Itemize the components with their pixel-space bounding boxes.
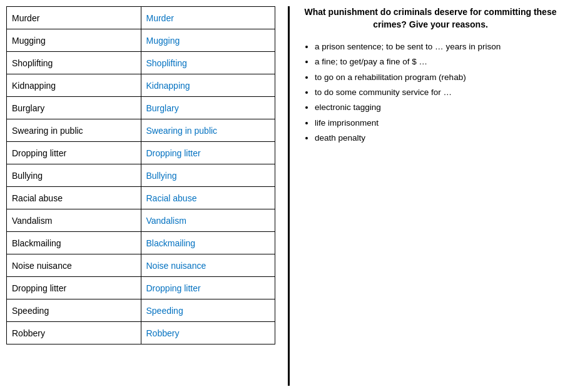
crime-col1: Bullying (7, 164, 141, 187)
crime-col2: Robbery (141, 322, 275, 344)
table-row: BlackmailingBlackmailing (7, 232, 275, 254)
crime-col1: Robbery (7, 322, 141, 344)
table-row: Noise nuisanceNoise nuisance (7, 254, 275, 277)
crime-col2: Racial abuse (141, 187, 275, 209)
crime-col2: Blackmailing (141, 232, 275, 254)
punishment-item: to go on a rehabilitation program (rehab… (315, 70, 559, 85)
punishment-item: a prison sentence; to be sent to … years… (315, 39, 559, 54)
crime-col1: Racial abuse (7, 187, 141, 209)
table-row: MuggingMugging (7, 29, 275, 52)
table-row: MurderMurder (7, 7, 275, 29)
right-panel: What punishment do criminals deserve for… (296, 6, 559, 386)
crime-col1: Burglary (7, 97, 141, 119)
crime-col1: Kidnapping (7, 74, 141, 97)
punishment-item: electronic tagging (315, 100, 559, 115)
crime-col2: Burglary (141, 97, 275, 119)
crime-col1: Blackmailing (7, 232, 141, 254)
crime-col2: Dropping litter (141, 142, 275, 164)
crime-col2: Noise nuisance (141, 254, 275, 277)
left-panel: MurderMurderMuggingMuggingShopliftingSho… (6, 6, 282, 386)
crimes-table: MurderMurderMuggingMuggingShopliftingSho… (6, 6, 275, 344)
table-row: KidnappingKidnapping (7, 74, 275, 97)
punishment-item: to do some community service for … (315, 85, 559, 100)
crime-col1: Speeding (7, 299, 141, 322)
crime-col2: Bullying (141, 164, 275, 187)
crime-col2: Murder (141, 7, 275, 29)
table-row: ShopliftingShoplifting (7, 52, 275, 74)
crime-col1: Mugging (7, 29, 141, 52)
right-panel-title: What punishment do criminals deserve for… (302, 6, 559, 31)
table-row: BullyingBullying (7, 164, 275, 187)
crime-col2: Shoplifting (141, 52, 275, 74)
crime-col1: Vandalism (7, 209, 141, 232)
crime-col1: Murder (7, 7, 141, 29)
punishment-item: a fine; to get/pay a fine of $ … (315, 54, 559, 69)
crime-col2: Vandalism (141, 209, 275, 232)
table-row: Dropping litterDropping litter (7, 142, 275, 164)
crime-col2: Swearing in public (141, 119, 275, 142)
table-row: RobberyRobbery (7, 322, 275, 344)
crime-col1: Dropping litter (7, 277, 141, 299)
crime-col1: Noise nuisance (7, 254, 141, 277)
crime-col2: Speeding (141, 299, 275, 322)
vertical-divider (288, 6, 290, 386)
punishment-item: life imprisonment (315, 116, 559, 131)
crime-col2: Kidnapping (141, 74, 275, 97)
table-row: Swearing in publicSwearing in public (7, 119, 275, 142)
table-row: Racial abuseRacial abuse (7, 187, 275, 209)
crime-col1: Dropping litter (7, 142, 141, 164)
crime-col1: Shoplifting (7, 52, 141, 74)
crime-col2: Mugging (141, 29, 275, 52)
table-row: SpeedingSpeeding (7, 299, 275, 322)
table-row: VandalismVandalism (7, 209, 275, 232)
table-row: BurglaryBurglary (7, 97, 275, 119)
crime-col1: Swearing in public (7, 119, 141, 142)
table-row: Dropping litterDropping litter (7, 277, 275, 299)
crime-col2: Dropping litter (141, 277, 275, 299)
punishment-item: death penalty (315, 131, 559, 146)
punishment-list: a prison sentence; to be sent to … years… (302, 39, 559, 146)
